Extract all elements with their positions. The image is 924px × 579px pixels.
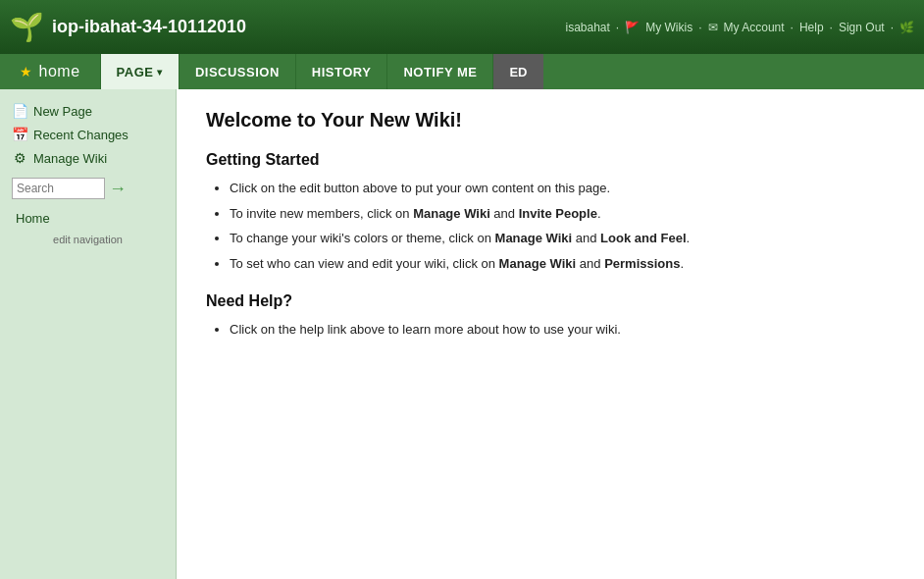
bullet-2-prefix: To invite new members, click on [230,206,413,221]
sidebar: 📄 New Page 📅 Recent Changes ⚙ Manage Wik… [0,89,177,579]
manage-wiki-label: Manage Wiki [33,151,107,166]
help-link[interactable]: Help [799,21,824,34]
page-tab-label: PAGE [117,65,154,79]
bullet-3-prefix: To change your wiki's colors or theme, c… [230,231,495,245]
tab-history[interactable]: HISTORY [296,54,388,89]
sidebar-item-home[interactable]: Home [12,207,164,230]
star-icon: ★ [20,64,33,79]
my-wikis-link[interactable]: My Wikis [645,21,693,34]
sep5: · [891,21,894,34]
mail-icon: ✉ [708,21,718,34]
header-right: isabahat · 🚩 My Wikis · ✉ My Account · H… [565,21,914,34]
sep4: · [830,21,833,34]
sidebar-item-recent-changes[interactable]: 📅 Recent Changes [8,123,168,146]
sidebar-nav-label: Home [8,201,168,232]
home-label: Home [16,211,50,226]
wiki-icon: 🌿 [899,21,914,34]
bullet-2-bold1: Manage Wiki [413,206,490,221]
getting-started-heading: Getting Started [206,151,895,169]
bullet-1: Click on the edit button above to put yo… [230,179,895,198]
sidebar-item-new-page[interactable]: 📄 New Page [8,99,168,123]
bullet-3-mid: and [572,231,600,245]
help-bullet-text: Click on the help link above to learn mo… [230,322,621,337]
main-layout: 📄 New Page 📅 Recent Changes ⚙ Manage Wik… [0,89,924,579]
sep3: · [791,21,794,34]
history-tab-label: HISTORY [312,65,372,79]
search-input[interactable] [12,178,105,199]
bullet-1-text: Click on the edit button above to put yo… [230,181,610,195]
bullet-3-bold2: Look and Feel [600,231,686,245]
need-help-heading: Need Help? [206,292,895,310]
notify-me-tab-label: NOTIFY ME [403,65,477,79]
bullet-4-bold1: Manage Wiki [499,256,577,271]
tab-page[interactable]: PAGE ▾ [101,54,180,89]
tab-edit[interactable]: ED [493,54,542,89]
username-label: isabahat [565,21,609,34]
sign-out-link[interactable]: Sign Out [839,21,885,34]
bullet-4-bold2: Permissions [604,256,680,271]
bullet-3-suffix: . [687,231,691,245]
new-page-label: New Page [33,104,92,119]
bullet-3: To change your wiki's colors or theme, c… [230,229,895,248]
page-dropdown-arrow: ▾ [157,67,163,78]
header: 🌱 iop-ibahat-34-10112010 isabahat · 🚩 My… [0,0,924,54]
manage-wiki-icon: ⚙ [12,150,27,166]
logo-area: 🌱 iop-ibahat-34-10112010 [10,11,246,43]
recent-changes-label: Recent Changes [33,128,128,142]
sep2: · [698,21,701,34]
tab-home[interactable]: ★ home [0,54,101,89]
logo-icon: 🌱 [10,11,44,43]
search-go-button[interactable]: → [109,179,127,199]
edit-navigation-link[interactable]: edit navigation [8,232,168,247]
flag-icon: 🚩 [625,21,640,34]
bullet-2-mid: and [490,206,519,221]
tab-discussion[interactable]: DISCUSSION [180,54,296,89]
home-tab-label: home [39,63,80,80]
recent-changes-icon: 📅 [12,127,27,142]
bullet-2-suffix: . [597,206,601,221]
getting-started-list: Click on the edit button above to put yo… [230,179,895,273]
bullet-4-mid: and [576,256,604,271]
edit-tab-label: ED [509,65,527,79]
help-list: Click on the help link above to learn mo… [230,320,895,340]
new-page-icon: 📄 [12,103,27,119]
bullet-4-suffix: . [680,256,684,271]
bullet-2: To invite new members, click on Manage W… [230,204,895,224]
nav-bar: ★ home PAGE ▾ DISCUSSION HISTORY NOTIFY … [0,54,924,89]
bullet-2-bold2: Invite People [519,206,597,221]
bullet-4: To set who can view and edit your wiki, … [230,254,895,274]
main-heading: Welcome to Your New Wiki! [206,109,895,132]
help-bullet: Click on the help link above to learn mo… [230,320,895,340]
content-area: Welcome to Your New Wiki! Getting Starte… [177,89,924,579]
search-area: → [8,176,168,201]
site-title: iop-ibahat-34-10112010 [52,17,246,37]
edit-nav-label: edit navigation [53,234,123,245]
discussion-tab-label: DISCUSSION [195,65,280,79]
sep1: · [616,21,619,34]
my-account-link[interactable]: My Account [724,21,785,34]
bullet-3-bold1: Manage Wiki [495,231,573,245]
bullet-4-prefix: To set who can view and edit your wiki, … [230,256,499,271]
sidebar-item-manage-wiki[interactable]: ⚙ Manage Wiki [8,146,168,170]
tab-notify-me[interactable]: NOTIFY ME [387,54,493,89]
